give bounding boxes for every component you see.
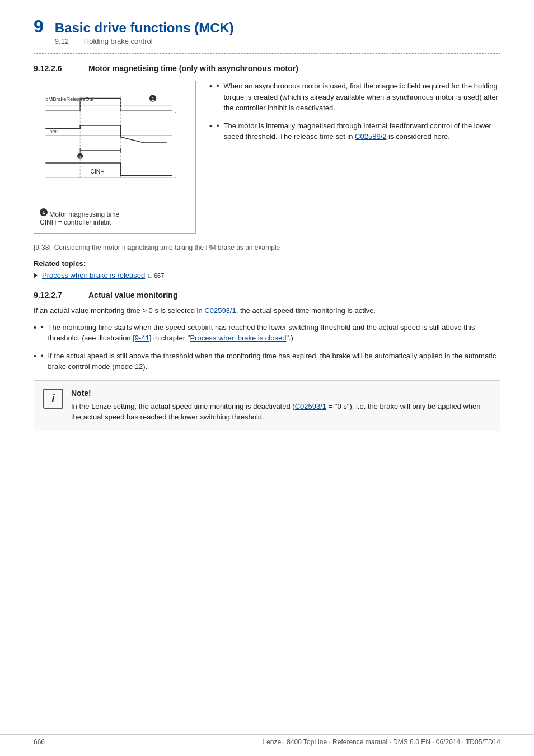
section-header: 9.12 Holding brake control [55,37,234,45]
page: 9 Basic drive functions (MCK) 9.12 Holdi… [0,0,534,756]
bullet-text-9127-1: The monitoring time starts when the spee… [48,322,500,344]
link-process-brake-closed[interactable]: Process when brake is closed [190,334,286,342]
page-footer: 666 Lenze · 8400 TopLine · Reference man… [0,734,534,746]
bullet-list-9127: • The monitoring time starts when the sp… [34,322,500,372]
bullet-marker-9127-2: • [41,351,44,372]
section-title-header: Holding brake control [84,37,153,45]
bullet-text-9127-2: If the actual speed is still above the t… [48,351,500,372]
bullet-item-2: • The motor is internally magnetised thr… [209,120,500,142]
section-9127-intro: If an actual value monitoring time > 0 s… [34,305,500,316]
bullet-text-2: The motor is internally magnetised throu… [223,120,500,142]
svg-text:t: t [174,140,176,146]
bullet-marker-9127-1: • [41,322,44,344]
note-content: Note! In the Lenze setting, the actual s… [71,389,491,423]
content-area-9126: bMBrakeReleaseOut 1 t I BRK [34,81,500,234]
figure-ref: [9-38] [34,244,51,251]
bullet-text-1: When an asynchronous motor is used, firs… [223,81,500,114]
process-brake-released-link[interactable]: Process when brake is released [42,271,145,279]
chapter-title: Basic drive functions (MCK) [55,17,234,36]
section-9126-title: 9.12.2.6 Motor magnetising time (only wi… [34,64,500,73]
related-topics-title: Related topics: [34,259,500,268]
note-title: Note! [71,389,491,398]
svg-text:CINH: CINH [90,169,104,175]
bullet-marker: • [217,81,219,114]
triangle-icon [34,273,38,278]
section-9126: 9.12.2.6 Motor magnetising time (only wi… [34,64,500,279]
bullet-item-9127-2: • If the actual speed is still above the… [34,351,500,372]
page-header: 9 Basic drive functions (MCK) 9.12 Holdi… [34,17,500,45]
bullet-list-9126: • When an asynchronous motor is used, fi… [209,81,500,234]
svg-text:1: 1 [152,97,154,102]
section-9127: 9.12.2.7 Actual value monitoring If an a… [34,291,500,431]
footer-reference: Lenze · 8400 TopLine · Reference manual … [263,738,500,746]
svg-text:1: 1 [79,155,81,160]
legend-item-2: CINH = controller inhibit [40,218,190,226]
figure-caption-text: Considering the motor magnetising time t… [54,244,280,251]
figure-caption-9126: [9-38] Considering the motor magnetising… [34,244,500,251]
svg-text:t: t [174,108,176,114]
svg-text:BRK: BRK [50,129,58,134]
svg-text:bMBrakeReleaseOut: bMBrakeReleaseOut [45,96,93,102]
bullet-item-1: • When an asynchronous motor is used, fi… [209,81,500,114]
bullet-marker-2: • [217,120,219,142]
diagram-legend: 1 Motor magnetising time CINH = controll… [40,208,190,226]
note-icon: i [43,389,63,409]
link-9-41[interactable]: [9-41] [133,334,151,342]
page-number: 666 [34,738,45,746]
diagram-box: bMBrakeReleaseOut 1 t I BRK [34,81,196,234]
timing-diagram: bMBrakeReleaseOut 1 t I BRK [40,88,190,203]
note-box: i Note! In the Lenze setting, the actual… [34,380,500,431]
svg-text:I: I [45,127,47,132]
chapter-number: 9 [34,17,44,36]
related-topics: Related topics: Process when brake is re… [34,259,500,279]
note-text: In the Lenze setting, the actual speed t… [71,401,491,423]
annotation-1-icon: 1 [40,208,48,216]
link-C02593-1-intro[interactable]: C02593/1 [204,306,236,315]
related-item-1: Process when brake is released □ 667 [34,271,500,279]
legend-item-1: 1 Motor magnetising time [40,208,190,218]
section-divider [34,53,500,54]
link-C02589-2[interactable]: C02589/2 [355,132,386,141]
page-ref-icon: □ 667 [148,272,164,279]
section-number: 9.12 [55,37,84,45]
link-C02593-1-note[interactable]: C02593/1 [295,402,326,410]
bullet-item-9127-1: • The monitoring time starts when the sp… [34,322,500,344]
section-9127-title: 9.12.2.7 Actual value monitoring [34,291,500,300]
svg-text:t: t [174,173,176,179]
